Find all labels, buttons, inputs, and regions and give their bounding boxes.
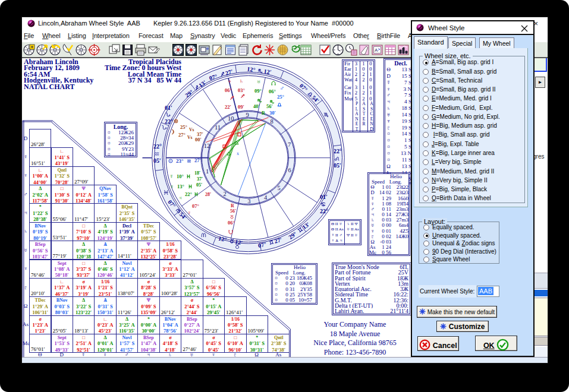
svg-text:A: A: [375, 48, 378, 53]
